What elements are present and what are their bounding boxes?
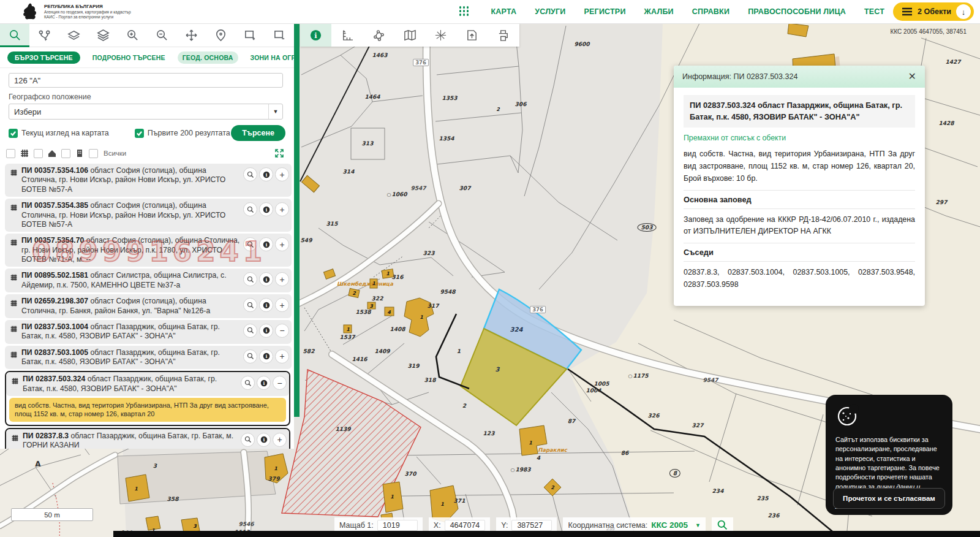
layer-icon: [67, 29, 80, 42]
add-to-objects-button[interactable]: +: [275, 298, 289, 312]
parcel-grid-icon: [20, 148, 29, 158]
apps-grid-icon[interactable]: [459, 6, 470, 17]
result-filter-row: Всички: [0, 141, 294, 161]
polygon-tool-button[interactable]: [363, 23, 394, 47]
result-row[interactable]: ПИ 00357.5354.106 област София (столица)…: [5, 164, 292, 197]
filter-buildings-checkbox[interactable]: [34, 149, 43, 158]
zoom-to-result-button[interactable]: [241, 376, 255, 390]
zoom-to-result-button[interactable]: [243, 349, 257, 364]
info-tool-button[interactable]: i: [300, 23, 331, 47]
result-text: ПИ 02837.8.3 област Пазарджик, община Ба…: [23, 432, 241, 449]
sidebar-tab-1[interactable]: ПОДРОБНО ТЪРСЕНЕ: [88, 51, 170, 64]
basemap-tool-button[interactable]: [394, 23, 425, 47]
result-info-button[interactable]: i: [259, 202, 273, 216]
add-to-objects-button[interactable]: +: [273, 433, 287, 447]
result-row[interactable]: ПИ 00895.502.1581 област Силистра, общин…: [5, 268, 292, 292]
sidebar-tab-3[interactable]: ЗОНИ НА ОГРАНИЧЕНИЯ: [246, 51, 294, 64]
add-to-objects-button[interactable]: +: [275, 202, 289, 216]
nav-item-3[interactable]: ЖАЛБИ: [644, 7, 674, 16]
logo-line3: КАИС - Портал за електронни услуги: [44, 15, 131, 20]
coordinates-tool-button[interactable]: [425, 23, 456, 47]
result-row[interactable]: ПИ 02837.503.1005 област Пазарджик, общи…: [5, 346, 292, 370]
search-input[interactable]: [9, 73, 283, 88]
result-group: ПИ 00357.5354.70 област София (столица),…: [5, 234, 292, 267]
result-row[interactable]: ПИ 00357.5354.70 област София (столица),…: [5, 234, 292, 267]
cookie-consent-dialog: Сайтът използва бисквитки за персонализи…: [826, 395, 952, 515]
nav-item-5[interactable]: ПРАВОСПОСОБНИ ЛИЦА: [748, 7, 846, 16]
result-info-button[interactable]: i: [259, 324, 273, 338]
remove-from-objects-button[interactable]: −: [275, 324, 289, 338]
sidebar-tab-2[interactable]: ГЕОД. ОСНОВА: [178, 51, 238, 64]
print-tool-button[interactable]: [488, 23, 519, 47]
result-text: ПИ 02659.2198.307 област София (столица)…: [21, 297, 243, 316]
remove-extent-tool-button[interactable]: [265, 23, 294, 47]
filter-units-checkbox[interactable]: [61, 149, 70, 158]
location-tool-button[interactable]: [206, 23, 235, 47]
zoom-to-result-button[interactable]: [243, 237, 257, 251]
result-row[interactable]: ПИ 02837.503.324 област Пазарджик, общин…: [6, 372, 289, 396]
nav-item-6[interactable]: ТЕСТ: [864, 7, 884, 16]
sidebar-tab-0[interactable]: БЪРЗО ТЪРСЕНЕ: [7, 51, 80, 64]
zoom-to-result-button[interactable]: [243, 202, 257, 216]
result-row[interactable]: ПИ 02659.2198.307 област София (столица)…: [5, 294, 292, 318]
filter-all-checkbox[interactable]: [89, 149, 98, 158]
svg-text:i: i: [265, 328, 267, 333]
nav-item-4[interactable]: СПРАВКИ: [692, 7, 729, 16]
zoom-to-result-button[interactable]: [243, 298, 257, 312]
crs-select[interactable]: ККС 2005: [651, 520, 688, 530]
zoom-to-result-button[interactable]: [243, 167, 257, 181]
result-row[interactable]: ПИ 00357.5354.385 област София (столица)…: [5, 199, 292, 232]
zoom-to-result-button[interactable]: [243, 324, 257, 338]
search-icon: [9, 29, 21, 42]
layers-stack-tool-button[interactable]: [88, 23, 118, 47]
y-coordinate-input[interactable]: 387527: [511, 520, 552, 531]
result-info-button[interactable]: i: [259, 237, 273, 251]
result-row[interactable]: ПИ 02837.8.3 област Пазарджик, община Ба…: [6, 429, 289, 449]
remove-from-objects-link[interactable]: Премахни от списък с обекти: [684, 134, 786, 142]
result-actions: i+: [243, 272, 289, 286]
result-group: ПИ 02659.2198.307 област София (столица)…: [5, 294, 292, 318]
chevron-down-icon[interactable]: ▼: [695, 522, 701, 528]
zoom-to-result-button[interactable]: [243, 272, 257, 286]
result-text: ПИ 02837.503.1005 област Пазарджик, общи…: [21, 348, 243, 367]
nav-item-0[interactable]: КАРТА: [491, 7, 517, 16]
expand-results-icon[interactable]: [274, 148, 284, 158]
result-info-button[interactable]: i: [259, 298, 273, 312]
add-to-objects-button[interactable]: +: [275, 237, 289, 251]
result-info-button[interactable]: i: [259, 349, 273, 364]
zoom-in-tool-button[interactable]: [118, 23, 147, 47]
remove-from-objects-button[interactable]: −: [273, 376, 287, 390]
pan-tool-button[interactable]: [176, 23, 206, 47]
geo-select[interactable]: Избери ▼: [9, 104, 283, 120]
x-coordinate-input[interactable]: 4647074: [445, 520, 486, 531]
result-info-button[interactable]: i: [259, 272, 273, 286]
zoom-to-result-button[interactable]: [241, 433, 255, 447]
add-to-objects-button[interactable]: +: [275, 167, 289, 181]
add-to-objects-button[interactable]: +: [275, 272, 289, 286]
result-info-button[interactable]: i: [257, 376, 271, 390]
current-extent-checkbox[interactable]: [9, 129, 18, 138]
search-tool-button[interactable]: [0, 23, 29, 47]
nav-item-2[interactable]: РЕГИСТРИ: [584, 7, 626, 16]
zoom-in-icon: [126, 29, 139, 42]
export-tool-button[interactable]: [456, 23, 488, 47]
measure-tool-button[interactable]: [331, 23, 363, 47]
add-extent-tool-button[interactable]: [235, 23, 265, 47]
layer-tool-button[interactable]: [59, 23, 88, 47]
zoom-out-tool-button[interactable]: [147, 23, 176, 47]
search-button[interactable]: Търсене: [231, 125, 285, 141]
filter-parcels-checkbox[interactable]: [6, 149, 15, 158]
result-info-button[interactable]: i: [257, 433, 271, 447]
nav-item-1[interactable]: УСЛУГИ: [535, 7, 565, 16]
route-tool-button[interactable]: [29, 23, 59, 47]
result-row[interactable]: ПИ 02837.503.1004 област Пазарджик, общи…: [5, 320, 292, 344]
add-to-objects-button[interactable]: +: [275, 349, 289, 364]
collapse-down-icon[interactable]: ↓: [956, 4, 971, 19]
result-info-button[interactable]: i: [259, 167, 273, 181]
cookie-accept-button[interactable]: Прочетох и се съгласявам: [833, 488, 945, 509]
svg-text:i: i: [265, 354, 267, 359]
close-icon[interactable]: ✕: [908, 72, 916, 82]
scale-input[interactable]: 1019: [377, 520, 418, 531]
first-200-checkbox[interactable]: [135, 129, 144, 138]
objects-list-button[interactable]: 2 Обекти ↓: [893, 2, 974, 21]
